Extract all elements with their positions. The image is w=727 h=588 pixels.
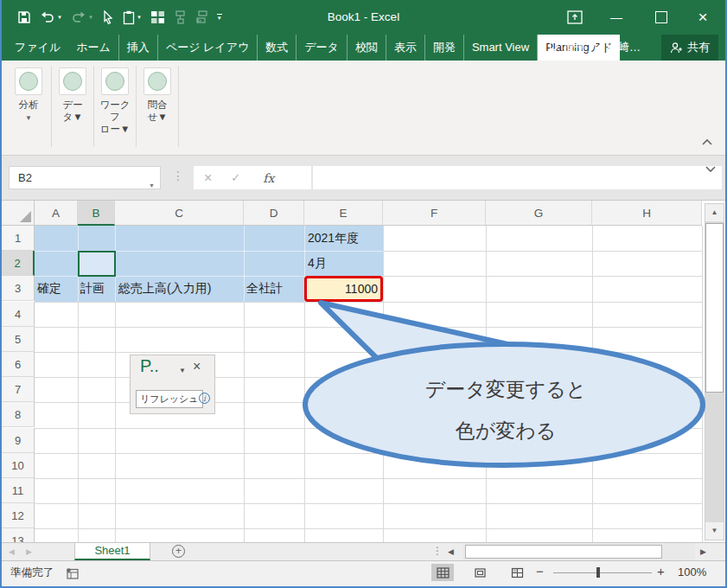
tab-insert[interactable]: 挿入 (119, 35, 158, 61)
tab-review[interactable]: 校閲 (348, 35, 386, 61)
sheet-nav-right-icon[interactable]: ▶ (26, 543, 32, 560)
floating-toolbar-dropdown-icon[interactable]: ▼ (179, 367, 186, 374)
zoom-slider-track[interactable] (553, 572, 652, 573)
floating-toolbar-title: P.. (140, 356, 159, 376)
cell-B3[interactable]: 計画 (80, 276, 105, 301)
cell-E2[interactable]: 4月 (308, 251, 327, 276)
hscroll-right-icon[interactable]: ▶ (700, 543, 706, 560)
sheet-nav-left-icon[interactable]: ◀ (9, 543, 15, 560)
macro-record-icon[interactable] (66, 567, 79, 583)
column-header-D[interactable]: D (244, 201, 304, 226)
horizontal-splitter[interactable]: ⋮ (432, 545, 443, 557)
row-header-4[interactable]: 4 (2, 302, 35, 327)
zoom-out-button[interactable]: − (536, 564, 544, 578)
page-break-preview-button[interactable] (506, 564, 528, 581)
column-header-A[interactable]: A (35, 201, 78, 226)
close-button[interactable]: × (684, 0, 722, 35)
data-label: デー (62, 99, 82, 110)
insert-function-button[interactable]: fx (263, 171, 274, 185)
tab-page-layout[interactable]: ページ レイアウ (158, 35, 258, 61)
info-icon[interactable]: i (199, 393, 210, 404)
row-header-13[interactable]: 13 (2, 528, 35, 542)
ribbon-display-options-button[interactable] (556, 0, 594, 35)
tab-developer[interactable]: 開発 (425, 35, 464, 61)
refresh-button[interactable]: リフレッシュ (136, 390, 203, 408)
horizontal-scrollbar[interactable] (463, 543, 695, 560)
column-header-C[interactable]: C (115, 201, 244, 226)
tab-file[interactable]: ファイル (7, 35, 68, 61)
row-header-5[interactable]: 5 (2, 327, 35, 352)
hscroll-left-icon[interactable]: ◀ (448, 543, 454, 560)
active-cell-B2[interactable] (78, 251, 116, 277)
cell-C3[interactable]: 総売上高(入力用) (118, 276, 211, 301)
minimize-button[interactable]: — (597, 0, 635, 35)
expand-formula-bar-icon[interactable] (705, 161, 717, 176)
cell-E1[interactable]: 2021年度 (308, 226, 359, 251)
name-box-dropdown-icon[interactable]: ▼ (149, 175, 155, 196)
column-header-B[interactable]: B (78, 201, 115, 226)
tab-formulas[interactable]: 数式 (258, 35, 297, 61)
column-header-F[interactable]: F (383, 201, 486, 226)
vertical-scrollbar[interactable]: ▲ ▼ (705, 203, 724, 540)
ribbon-button-workflow[interactable]: ワークフ ロー▼ (95, 66, 135, 135)
normal-view-button[interactable] (431, 564, 454, 581)
floating-toolbar-close-icon[interactable]: × (193, 359, 201, 374)
tab-data[interactable]: データ (297, 35, 348, 61)
row-header-1[interactable]: 1 (2, 226, 35, 251)
zoom-slider-thumb[interactable] (596, 567, 600, 578)
collapse-ribbon-button[interactable] (701, 134, 713, 150)
sheet-tab-sheet1[interactable]: Sheet1 (74, 543, 150, 560)
row-header-10[interactable]: 10 (2, 453, 35, 478)
horizontal-scroll-thumb[interactable] (465, 545, 662, 559)
enter-check-icon: ✓ (231, 171, 240, 184)
row-header-12[interactable]: 12 (2, 503, 35, 528)
cell-D3[interactable]: 全社計 (246, 276, 283, 301)
excel-window: ▼ ▼ ▼ ▼ Book1 - Excel (0, 0, 727, 588)
tell-me-button[interactable]: 操作ア (548, 35, 597, 61)
zoom-level[interactable]: 100% (678, 566, 706, 578)
column-header-H[interactable]: H (592, 201, 702, 226)
zoom-in-button[interactable]: + (657, 564, 665, 578)
tab-view[interactable]: 表示 (386, 35, 425, 61)
row-header-7[interactable]: 7 (2, 377, 35, 402)
spreadsheet-grid[interactable]: A B C D E F G H 1 2 3 4 5 6 7 8 9 10 11 … (2, 201, 727, 542)
select-all-corner[interactable] (2, 201, 35, 226)
share-button[interactable]: 共有 (661, 35, 718, 61)
analyze-label: 分析 (19, 99, 39, 110)
tab-home[interactable]: ホーム (68, 35, 119, 61)
lightbulb-icon (548, 41, 559, 54)
tab-smart-view[interactable]: Smart View (464, 35, 538, 61)
formula-bar-row: B2 ▼ ⋮ × ✓ fx (2, 156, 725, 201)
ribbon-button-analyze[interactable]: 分析 ▼ (9, 66, 48, 125)
row-header-8[interactable]: 8 (2, 402, 35, 427)
new-sheet-button[interactable]: + (172, 545, 185, 558)
formula-input[interactable] (313, 166, 722, 189)
formula-bar-splitter[interactable]: ⋮ (172, 169, 184, 182)
floating-toolbar[interactable]: P.. ▼ × リフレッシュ i (130, 355, 215, 414)
vertical-scroll-thumb[interactable] (705, 223, 724, 393)
column-header-E[interactable]: E (304, 201, 383, 226)
row-header-2[interactable]: 2 (2, 251, 35, 276)
row-header-9[interactable]: 9 (2, 428, 35, 453)
query-icon (143, 67, 171, 95)
name-box-value: B2 (18, 171, 32, 184)
scroll-up-icon[interactable]: ▲ (705, 204, 724, 221)
row-header-3[interactable]: 3 (2, 276, 35, 301)
cancel-icon: × (204, 170, 212, 186)
name-box[interactable]: B2 ▼ (9, 166, 161, 189)
user-name[interactable]: 山﨑… (607, 35, 641, 61)
scroll-down-icon[interactable]: ▼ (705, 522, 724, 540)
column-header-G[interactable]: G (486, 201, 592, 226)
ribbon-button-data[interactable]: デー タ▼ (53, 66, 92, 123)
status-ready-label: 準備完了 (10, 566, 54, 580)
page-layout-view-button[interactable] (469, 564, 491, 581)
row-header-6[interactable]: 6 (2, 352, 35, 377)
ribbon-button-query[interactable]: 問合 せ▼ (137, 66, 177, 123)
cell-A3[interactable]: 確定 (37, 276, 61, 301)
row-header-11[interactable]: 11 (2, 478, 35, 503)
data-icon (59, 67, 86, 95)
title-bar: ▼ ▼ ▼ ▼ Book1 - Excel (2, 0, 725, 35)
cell-E3[interactable]: 11000 (304, 276, 383, 302)
maximize-button[interactable] (642, 0, 680, 35)
workflow-icon (101, 67, 129, 95)
